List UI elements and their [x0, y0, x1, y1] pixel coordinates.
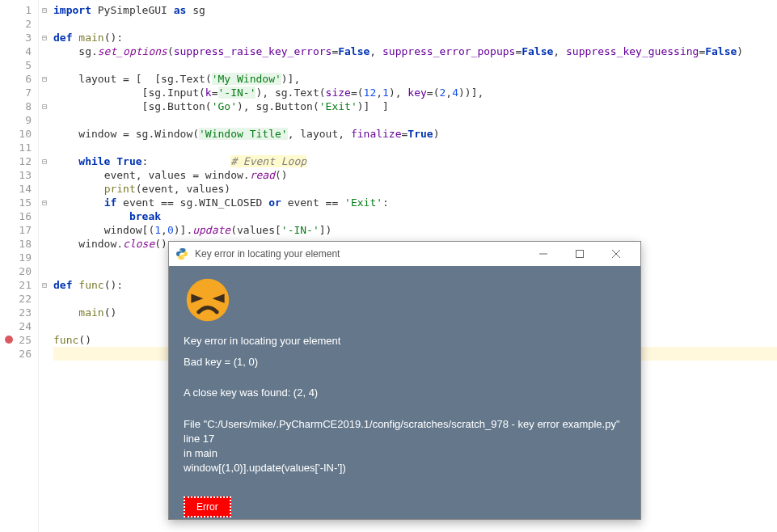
line-number: 12: [0, 154, 38, 168]
dialog-titlebar[interactable]: Key error in locating your element: [169, 242, 640, 266]
line-number: 5: [0, 58, 38, 72]
code-line[interactable]: [53, 17, 777, 31]
code-line[interactable]: [sg.Input(k='-IN-'), sg.Text(size=(12,1)…: [53, 86, 777, 99]
code-line[interactable]: if event == sg.WIN_CLOSED or event == 'E…: [53, 196, 777, 209]
fold-marker[interactable]: [39, 44, 50, 58]
code-line[interactable]: while True: # Event Loop: [53, 154, 777, 168]
line-number-gutter: 1234567891011121314151617181920212223242…: [0, 0, 39, 532]
line-number: 11: [0, 141, 38, 154]
line-number: 10: [0, 127, 38, 141]
fold-marker[interactable]: ⊟: [39, 3, 50, 17]
line-number: 19: [0, 251, 38, 264]
fold-marker[interactable]: [39, 182, 50, 196]
fold-marker[interactable]: [39, 237, 50, 251]
fold-marker[interactable]: [39, 292, 50, 306]
line-number: 21: [0, 278, 38, 292]
close-button[interactable]: [598, 242, 634, 266]
code-line[interactable]: [53, 58, 777, 72]
line-number: 26: [0, 347, 38, 361]
dialog-body: Key error in locating your element Bad k…: [169, 266, 640, 527]
fold-marker[interactable]: [39, 113, 50, 127]
line-number: 23: [0, 306, 38, 319]
dialog-title: Key error in locating your element: [195, 248, 525, 260]
fold-marker[interactable]: [39, 251, 50, 264]
error-dialog: Key error in locating your element Key e…: [168, 241, 641, 520]
line-number: 24: [0, 319, 38, 333]
fold-marker[interactable]: ⊟: [39, 31, 50, 44]
svg-point-0: [179, 249, 180, 250]
line-number: 16: [0, 209, 38, 223]
fold-marker[interactable]: [39, 347, 50, 361]
dialog-line: line 17: [184, 432, 626, 446]
line-number: 7: [0, 86, 38, 99]
code-line[interactable]: [53, 113, 777, 127]
fold-marker[interactable]: ⊟: [39, 99, 50, 113]
line-number: 18: [0, 237, 38, 251]
maximize-button[interactable]: [561, 242, 598, 266]
fold-column: ⊟⊟⊟⊟⊟⊟⊟: [39, 0, 50, 532]
fold-marker[interactable]: ⊟: [39, 72, 50, 86]
fold-marker[interactable]: [39, 17, 50, 31]
dialog-file: File "C:/Users/mike/.PyCharmCE2019.1/con…: [184, 417, 626, 432]
dialog-message-2: Bad key = (1, 0): [184, 355, 626, 369]
dialog-close-key: A close key was found: (2, 4): [184, 386, 626, 400]
line-number: 14: [0, 182, 38, 196]
code-line[interactable]: window = sg.Window('Window Title', layou…: [53, 127, 777, 141]
code-line[interactable]: [sg.Button('Go'), sg.Button('Exit')] ]: [53, 99, 777, 113]
line-number: 8: [0, 99, 38, 113]
fold-marker[interactable]: [39, 127, 50, 141]
breakpoint-icon[interactable]: [5, 336, 13, 344]
fold-marker[interactable]: [39, 223, 50, 237]
line-number: 6: [0, 72, 38, 86]
line-number: 3: [0, 31, 38, 44]
fold-marker[interactable]: [39, 319, 50, 333]
dialog-func: in main: [184, 446, 626, 461]
line-number: 22: [0, 292, 38, 306]
fold-marker[interactable]: ⊟: [39, 278, 50, 292]
code-line[interactable]: sg.set_options(suppress_raise_key_errors…: [53, 44, 777, 58]
sad-face-icon: [184, 276, 232, 324]
fold-marker[interactable]: [39, 264, 50, 278]
line-number: 13: [0, 168, 38, 182]
fold-marker[interactable]: ⊟: [39, 196, 50, 209]
code-line[interactable]: print(event, values): [53, 182, 777, 196]
line-number: 20: [0, 264, 38, 278]
dialog-message-1: Key error in locating your element: [184, 334, 626, 348]
fold-marker[interactable]: [39, 86, 50, 99]
error-button[interactable]: Error: [184, 496, 231, 517]
code-line[interactable]: def main():: [53, 31, 777, 44]
line-number: 15: [0, 196, 38, 209]
code-line[interactable]: window[(1,0)].update(values['-IN-']): [53, 223, 777, 237]
fold-marker[interactable]: [39, 58, 50, 72]
fold-marker[interactable]: ⊟: [39, 154, 50, 168]
code-line[interactable]: [53, 141, 777, 154]
line-number: 1: [0, 3, 38, 17]
svg-rect-3: [576, 251, 583, 258]
line-number: 17: [0, 223, 38, 237]
code-line[interactable]: break: [53, 209, 777, 223]
line-number: 2: [0, 17, 38, 31]
dialog-code: window[(1,0)].update(values['-IN-']): [184, 461, 626, 475]
fold-marker[interactable]: [39, 333, 50, 347]
fold-marker[interactable]: [39, 141, 50, 154]
code-line[interactable]: event, values = window.read(): [53, 168, 777, 182]
python-icon: [175, 247, 188, 260]
line-number: 9: [0, 113, 38, 127]
fold-marker[interactable]: [39, 306, 50, 319]
line-number: 25: [0, 333, 38, 347]
fold-marker[interactable]: [39, 168, 50, 182]
minimize-button[interactable]: [525, 242, 561, 266]
line-number: 4: [0, 44, 38, 58]
fold-marker[interactable]: [39, 209, 50, 223]
code-line[interactable]: layout = [ [sg.Text('My Window')],: [53, 72, 777, 86]
code-line[interactable]: import PySimpleGUI as sg: [53, 3, 777, 17]
svg-point-1: [183, 257, 184, 258]
